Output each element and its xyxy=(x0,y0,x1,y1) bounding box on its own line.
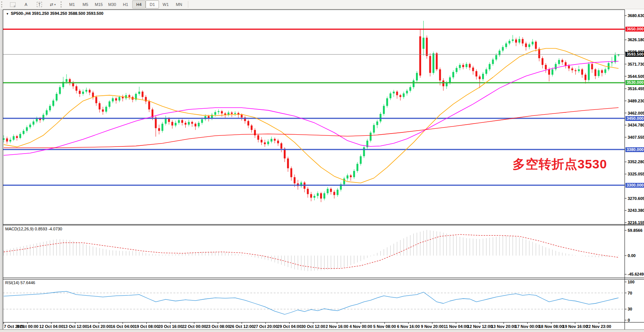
candle xyxy=(604,69,606,73)
candle xyxy=(188,122,190,125)
panel-bg xyxy=(3,279,644,322)
candle xyxy=(449,78,451,83)
candle xyxy=(108,101,110,106)
candle xyxy=(201,119,203,123)
candle xyxy=(456,68,458,72)
candle xyxy=(46,110,48,115)
candle xyxy=(485,69,487,74)
candle xyxy=(287,158,289,168)
candle xyxy=(79,91,81,94)
candle xyxy=(261,140,263,142)
candle xyxy=(95,97,97,103)
candle xyxy=(115,98,117,101)
panel-bg xyxy=(3,225,644,278)
candle xyxy=(555,64,557,69)
candle xyxy=(370,133,371,141)
candle xyxy=(541,58,543,65)
candle xyxy=(390,93,391,98)
candle xyxy=(228,112,230,115)
candle xyxy=(92,92,94,97)
candle xyxy=(105,107,107,112)
candle xyxy=(138,92,140,94)
candle xyxy=(575,70,576,71)
candle xyxy=(357,164,358,171)
candle xyxy=(241,115,243,117)
candle xyxy=(175,123,176,125)
candle xyxy=(254,130,256,135)
candle xyxy=(334,192,335,195)
candle xyxy=(608,63,609,69)
candle xyxy=(508,41,510,43)
candle xyxy=(466,64,468,67)
candle xyxy=(42,115,44,120)
candle xyxy=(562,60,563,62)
candle xyxy=(565,62,567,66)
candle xyxy=(214,112,216,115)
candle xyxy=(224,114,226,115)
candle xyxy=(118,97,120,101)
candle xyxy=(327,189,329,193)
candle xyxy=(512,39,514,41)
candle xyxy=(373,125,375,132)
candle xyxy=(155,118,157,128)
candle xyxy=(178,120,180,123)
candle xyxy=(545,65,547,69)
candle xyxy=(13,136,14,140)
candle xyxy=(231,112,233,114)
candle xyxy=(469,64,471,68)
candle xyxy=(59,87,61,94)
candle xyxy=(423,38,425,49)
candle xyxy=(280,143,282,148)
candle xyxy=(9,140,11,142)
candle xyxy=(56,94,58,101)
candle xyxy=(429,56,431,73)
candle xyxy=(336,190,338,195)
candle xyxy=(49,106,51,110)
candle xyxy=(75,86,77,91)
candle xyxy=(419,36,421,76)
candle xyxy=(307,189,309,194)
candle xyxy=(495,55,497,60)
candle xyxy=(426,38,428,56)
candle xyxy=(439,69,441,80)
candle xyxy=(518,39,520,43)
candle xyxy=(558,60,560,64)
candle xyxy=(360,156,362,164)
bottom-scroll-strip[interactable] xyxy=(0,329,644,332)
candle xyxy=(347,175,348,178)
chart-canvas[interactable] xyxy=(0,0,644,332)
candle xyxy=(82,92,84,94)
candle xyxy=(492,60,494,64)
panel-bg xyxy=(3,10,644,224)
candle xyxy=(26,127,28,131)
candle xyxy=(23,131,25,134)
candle xyxy=(416,73,418,80)
candle xyxy=(548,69,550,75)
candle xyxy=(257,135,259,140)
candle xyxy=(102,109,104,112)
candle xyxy=(112,98,114,101)
candle xyxy=(568,66,570,68)
candle xyxy=(598,70,600,76)
candle xyxy=(85,90,87,92)
candle xyxy=(363,147,365,156)
candle xyxy=(386,98,388,106)
candle xyxy=(191,122,193,124)
mt4-window: F A T ⇄ ▾ M1M5M15M30H1H4D1W1MN ▼SP500-,H… xyxy=(0,0,644,332)
candle xyxy=(251,125,253,130)
candle xyxy=(148,101,150,109)
candle xyxy=(452,72,454,77)
candle xyxy=(376,122,378,125)
candle xyxy=(343,178,345,184)
candle xyxy=(383,106,385,114)
candle xyxy=(99,103,101,109)
candle xyxy=(29,125,31,127)
candle xyxy=(277,141,279,143)
candle xyxy=(595,69,596,76)
candle xyxy=(353,171,355,177)
candle xyxy=(66,79,68,82)
candle xyxy=(6,138,8,141)
candle xyxy=(323,193,325,198)
candle xyxy=(479,76,481,79)
candle xyxy=(571,69,573,70)
